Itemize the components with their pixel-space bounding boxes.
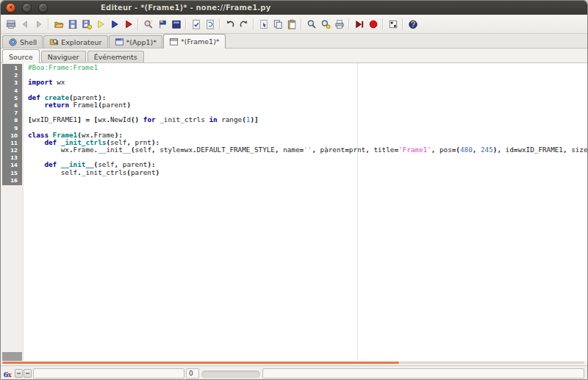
tab-label: *(App1)* [126,38,157,46]
toolbar-separator [219,18,220,30]
minimize-icon: − [25,5,29,10]
window-icon[interactable] [4,18,17,31]
toolbar-separator [348,18,350,30]
subtab-label: Événements [94,53,137,61]
line-number: 6 [2,102,22,110]
tab-shell[interactable]: Shell [2,35,43,48]
find-icon[interactable] [305,18,318,31]
code-line [28,71,587,79]
maximize-icon: ▫ [41,5,45,10]
tab-label: Explorateur [61,38,101,46]
line-number: 9 [2,125,22,132]
line-number: 4 [2,87,22,95]
minimize-button[interactable]: − [22,3,32,12]
forward-icon[interactable] [32,18,45,31]
close-icon: × [9,5,13,10]
save-icon[interactable] [66,18,79,31]
status-message-field [33,368,184,379]
maximize-button[interactable]: ▫ [38,3,48,12]
run-module-icon[interactable] [108,18,121,31]
code-line: wx.Frame.__init__(self, style=wx.DEFAULT… [28,146,587,154]
run-app-icon[interactable] [94,18,107,31]
line-number: 8 [2,117,22,124]
line-number: 14 [2,162,22,169]
svg-text:x: x [8,371,12,379]
toolbar-separator [48,18,49,30]
line-number: 2 [2,72,22,79]
toolbar-separator [301,18,302,30]
flag-icon[interactable] [156,18,168,31]
code-line [28,176,587,184]
code-line: import wx [28,79,587,86]
toolbar-separator [402,18,404,30]
save-as-icon[interactable] [80,18,93,31]
subtab-label: Naviguer [48,53,79,61]
find-again-icon[interactable] [319,18,331,31]
app-icon [115,37,124,47]
breakpoint-icon[interactable] [367,18,379,31]
line-number: 16 [2,177,22,184]
shell-icon [8,37,18,47]
check-source-icon[interactable] [190,18,202,31]
print-icon[interactable] [333,18,345,31]
horizontal-scrollbar-thumb[interactable] [2,362,399,364]
tab-explorateur[interactable]: Explorateur [43,35,107,48]
status-line-field: 0 [186,368,199,379]
line-number: 5 [2,95,22,102]
line-number: 15 [2,170,22,177]
tab-label: *(Frame1)* [181,37,220,46]
code-line: self._init_ctrls(parent) [28,169,587,176]
inspect-icon[interactable] [142,18,154,31]
line-number: 13 [2,154,22,162]
line-number: 12 [2,147,22,154]
edge-column-guide [357,63,358,361]
tab-app1[interactable]: *(App1)* [109,35,163,48]
status-icon: 6x [3,368,13,379]
close-button[interactable]: × [6,3,15,12]
explorer-icon [49,37,59,47]
redo-icon[interactable] [237,18,250,31]
line-number: 1 [2,65,22,72]
tab-frame1[interactable]: *(Frame1)* [163,34,226,49]
statusbar: 6x 0 [1,365,587,380]
titlebar: × − ▫ Editeur - *(Frame1)* - none://Fram… [1,1,587,15]
editor-window: × − ▫ Editeur - *(Frame1)* - none://Fram… [0,0,588,380]
toolbar [1,15,587,34]
code-line: [wxID_FRAME1] = [wx.NewId() for _init_ct… [28,116,587,123]
frame-icon [169,37,179,47]
step-icon[interactable] [387,18,399,31]
horizontal-scrollbar-track[interactable] [399,362,584,364]
code-lines[interactable]: #Boa:Frame:Frame1import wxdef create(par… [23,64,587,184]
line-number: 10 [2,132,22,140]
tab-label: Shell [20,38,37,46]
run-to-cursor-icon[interactable] [353,18,365,31]
help-icon[interactable] [406,18,419,31]
code-line [28,87,587,94]
status-toggle-button-1[interactable] [15,369,23,378]
line-number-gutter: 12345678910111213141516 [1,63,24,361]
code-line: return Frame1(parent) [28,101,587,109]
debug-icon[interactable] [122,18,135,31]
panel-icon[interactable] [170,18,182,31]
line-number: 7 [2,110,22,117]
main-tabs: Shell Explorateur *(App1)* *(Frame1)* [1,34,587,49]
view-tabs: Source Naviguer Événements [1,49,587,63]
source-editor[interactable]: 12345678910111213141516 #Boa:Frame:Frame… [1,63,587,361]
tab-evenements[interactable]: Événements [87,51,144,62]
status-toggle-button-2[interactable] [24,369,32,378]
undo-icon[interactable] [223,18,236,31]
reload-icon[interactable] [204,18,216,31]
toolbar-separator [253,18,254,30]
tab-naviguer[interactable]: Naviguer [41,51,86,62]
window-title: Editeur - *(Frame1)* - none://Frame1.py [101,4,270,12]
status-progress-bar [201,370,261,379]
tab-source[interactable]: Source [2,49,40,63]
back-icon[interactable] [18,18,31,31]
toolbar-separator [382,18,384,30]
copy-icon[interactable] [271,18,284,31]
cut-icon[interactable] [257,18,270,31]
status-right-field [262,368,584,379]
open-file-icon[interactable] [52,18,65,31]
paste-icon[interactable] [285,18,298,31]
line-number: 11 [2,140,22,147]
